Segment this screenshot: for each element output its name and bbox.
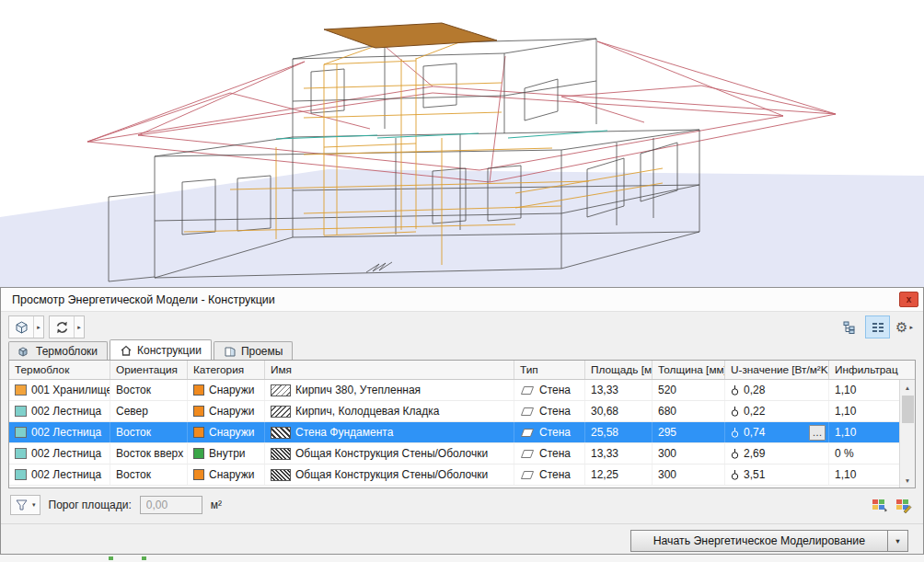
thermal-block-color-swatch (15, 427, 27, 438)
u-value-lock-icon (731, 469, 739, 480)
wall-type-icon (520, 428, 535, 438)
thermal-block-color-swatch (15, 448, 27, 459)
action-bar: Начать Энергетическое Моделирование ▼ (1, 530, 923, 552)
dialog-titlebar[interactable]: Просмотр Энергетической Модели - Констру… (1, 288, 923, 312)
3d-viewport[interactable] (0, 0, 924, 287)
list-view-button[interactable] (865, 315, 890, 338)
threshold-bar: ▾ Порог площади: м² (10, 494, 914, 516)
u-value-lock-icon (731, 384, 739, 396)
tab-label: Проемы (241, 345, 283, 358)
structures-table: Термоблок Ориентация Категория Имя Тип П… (8, 360, 916, 488)
building-wireframe (0, 0, 924, 287)
category-color-swatch (193, 427, 204, 438)
table-row-selected[interactable]: 002 Лестница Восток Снаружи Стена Фундам… (9, 422, 899, 443)
roof-cap (324, 23, 497, 48)
ground-plane (0, 169, 924, 287)
category-color-swatch (193, 448, 204, 459)
thermal-blocks-icon (18, 346, 31, 357)
accent-lines (276, 131, 607, 139)
background-artifact (109, 556, 113, 560)
scrollbar-thumb[interactable] (902, 396, 914, 423)
dialog-title: Просмотр Энергетической Модели - Констру… (12, 293, 275, 306)
background-artifact (142, 556, 146, 560)
u-value-lock-icon (731, 406, 739, 417)
refresh-icon (50, 316, 74, 338)
table-body: 001 Хранилище Восток Снаружи Кирпич 380,… (9, 380, 899, 486)
col-header-name[interactable]: Имя (265, 361, 514, 379)
toolbar-right-group: ⚙ ▸ (837, 315, 916, 338)
wall-type-icon (520, 385, 535, 396)
table-row[interactable]: 001 Хранилище Восток Снаружи Кирпич 380,… (9, 380, 899, 401)
construction-hatch-icon (271, 406, 291, 418)
col-header-orientation[interactable]: Ориентация (110, 361, 188, 379)
threshold-input[interactable] (140, 496, 202, 514)
col-header-thickness[interactable]: Толщина [мм] (653, 361, 725, 379)
list-view-icon (871, 321, 885, 334)
construction-hatch-icon (271, 448, 291, 460)
more-options-button[interactable]: … (809, 425, 826, 441)
col-header-block[interactable]: Термоблок (9, 361, 110, 379)
funnel-icon (15, 499, 29, 511)
roof-wireframe (87, 41, 836, 182)
palette-icon-button[interactable] (870, 496, 890, 514)
scroll-down-icon[interactable]: ▼ (900, 473, 915, 487)
start-simulation-dropdown[interactable]: ▼ (888, 530, 908, 552)
thermal-block-color-swatch (15, 384, 27, 396)
col-header-area[interactable]: Площадь [м²] (585, 361, 653, 379)
show-model-button[interactable]: ▸ (8, 315, 44, 338)
col-header-category[interactable]: Категория (188, 361, 265, 379)
footer-icons (870, 496, 914, 514)
category-color-swatch (193, 406, 204, 417)
category-color-swatch (193, 384, 204, 396)
tab-bar: Термоблоки Конструкции Проемы (1, 339, 923, 360)
update-model-button[interactable]: ▸ (49, 315, 85, 338)
start-simulation-button[interactable]: Начать Энергетическое Моделирование (630, 530, 888, 552)
close-icon[interactable]: x (899, 292, 918, 307)
threshold-unit: м² (211, 499, 222, 511)
tree-view-button[interactable] (837, 315, 862, 338)
palette-icon (872, 497, 888, 513)
background-app-sliver (0, 555, 924, 562)
settings-button[interactable]: ⚙ ▸ (893, 315, 916, 338)
settings-flyout[interactable]: ▸ (909, 324, 913, 331)
tree-view-icon (843, 321, 858, 334)
col-header-type[interactable]: Тип (514, 361, 585, 379)
construction-hatch-icon (271, 469, 291, 481)
thermal-block-color-swatch (15, 406, 27, 417)
tab-thermal-blocks[interactable]: Термоблоки (8, 341, 108, 360)
house-icon (120, 345, 133, 356)
col-header-infiltration[interactable]: Инфильтрац (829, 361, 915, 379)
tab-label: Конструкции (137, 344, 202, 357)
thermal-block-color-swatch (15, 469, 27, 480)
construction-hatch-icon (271, 384, 291, 396)
show-model-flyout[interactable]: ▸ (33, 316, 43, 338)
tab-label: Термоблоки (36, 345, 98, 358)
filter-button[interactable]: ▾ (10, 495, 40, 515)
threshold-label: Порог площади: (49, 499, 132, 511)
wall-type-icon (520, 470, 535, 480)
tab-openings[interactable]: Проемы (214, 341, 294, 360)
separator (1, 523, 923, 524)
gear-icon: ⚙ (895, 320, 907, 334)
energy-model-review-dialog: Просмотр Энергетической Модели - Констру… (0, 287, 924, 555)
table-row[interactable]: 002 Лестница Восток вверх ... Внутри Общ… (9, 443, 899, 465)
update-model-flyout[interactable]: ▸ (74, 316, 84, 338)
vertical-scrollbar[interactable]: ▲ ▼ (899, 380, 915, 487)
palette-edit-icon-button[interactable] (894, 496, 914, 514)
wall-type-icon (520, 449, 535, 459)
tab-structures[interactable]: Конструкции (110, 339, 212, 360)
filter-flyout[interactable]: ▾ (32, 501, 36, 509)
dialog-toolbar: ▸ ▸ ⚙ ▸ (1, 312, 923, 339)
u-value-lock-icon (731, 448, 739, 459)
construction-hatch-icon (271, 427, 291, 439)
col-header-uvalue[interactable]: U-значение [Вт/м²K] (725, 361, 829, 379)
u-value-lock-icon (731, 427, 739, 438)
table-row[interactable]: 002 Лестница Восток Снаружи Общая Констр… (9, 465, 899, 486)
category-color-swatch (193, 469, 204, 480)
model-cube-icon (9, 316, 33, 338)
screen: Просмотр Энергетической Модели - Констру… (0, 0, 924, 562)
door-icon (224, 346, 237, 357)
table-row[interactable]: 002 Лестница Север Снаружи Кирпич, Колод… (9, 401, 899, 422)
table-header: Термоблок Ориентация Категория Имя Тип П… (9, 361, 915, 380)
scroll-up-icon[interactable]: ▲ (900, 380, 915, 395)
